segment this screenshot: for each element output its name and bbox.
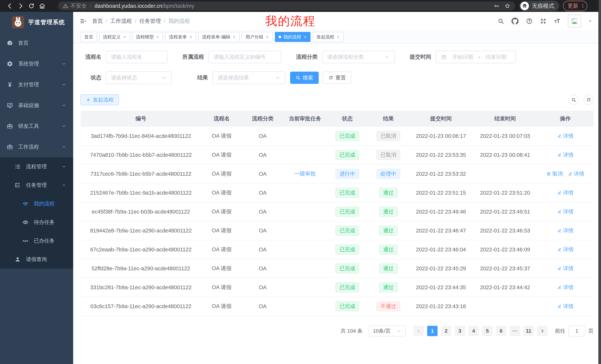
task-link[interactable]: 一级审批 bbox=[294, 171, 316, 177]
tab-流程模型[interactable]: 流程模型 bbox=[132, 32, 163, 42]
process-definition-input[interactable]: 请输入流程定义的编号 bbox=[208, 51, 281, 63]
row-status: 已完成 bbox=[327, 259, 368, 278]
prev-page-button[interactable] bbox=[413, 326, 424, 336]
kebab-menu-icon[interactable] bbox=[580, 3, 585, 9]
sidebar-item-10[interactable]: 已办任务 bbox=[0, 231, 73, 250]
close-icon[interactable] bbox=[266, 35, 269, 38]
pager-ellipsis[interactable]: ··· bbox=[510, 326, 520, 336]
detail-action[interactable]: 详情 bbox=[557, 265, 573, 272]
toggle-search-button[interactable] bbox=[569, 95, 579, 105]
tab-流程定义[interactable]: 流程定义 bbox=[99, 32, 130, 42]
font-size-icon[interactable] bbox=[554, 18, 561, 25]
close-icon[interactable] bbox=[156, 35, 159, 38]
page-button-11[interactable]: 11 bbox=[523, 326, 534, 336]
page-button-1[interactable]: 1 bbox=[427, 326, 438, 336]
refresh-table-button[interactable] bbox=[583, 95, 594, 105]
avatar[interactable] bbox=[568, 15, 581, 28]
tab-流程表单[interactable]: 流程表单 bbox=[165, 32, 196, 42]
row-result: 已取消 bbox=[368, 127, 409, 145]
row-name: OA 请假 bbox=[201, 297, 242, 316]
back-icon[interactable] bbox=[4, 0, 15, 11]
help-icon[interactable] bbox=[526, 18, 533, 25]
status-tag: 已完成 bbox=[335, 131, 359, 141]
sidebar-item-7[interactable]: 任务管理 bbox=[0, 176, 73, 194]
tab-首页[interactable]: 首页 bbox=[80, 32, 97, 42]
close-icon[interactable] bbox=[123, 35, 126, 38]
forward-icon[interactable] bbox=[15, 0, 26, 11]
browser-scrollbar[interactable] bbox=[598, 0, 601, 364]
cancel-action[interactable]: 取消 bbox=[546, 170, 563, 177]
eye-closed-icon bbox=[22, 238, 29, 244]
close-icon[interactable] bbox=[337, 35, 340, 38]
annotation-overlay: 我的流程 bbox=[265, 13, 316, 29]
row-actions: 详情 bbox=[537, 127, 594, 145]
tab-流程表单-编辑[interactable]: 流程表单-编辑 bbox=[198, 32, 240, 42]
close-icon[interactable] bbox=[189, 35, 192, 38]
breadcrumb-item[interactable]: 工作流程 bbox=[110, 18, 132, 25]
fullscreen-icon[interactable] bbox=[540, 18, 546, 24]
detail-action[interactable]: 详情 bbox=[557, 208, 573, 215]
breadcrumb-item[interactable]: 任务管理 bbox=[139, 18, 161, 25]
home-icon[interactable] bbox=[37, 0, 48, 11]
close-icon[interactable] bbox=[303, 35, 307, 38]
next-page-button[interactable] bbox=[537, 326, 548, 336]
caret-down-icon[interactable] bbox=[588, 19, 592, 23]
browser-update-button[interactable]: 更新 bbox=[563, 1, 587, 11]
detail-action[interactable]: 详情 bbox=[557, 151, 573, 158]
detail-action[interactable]: 详情 bbox=[557, 246, 573, 253]
close-icon[interactable] bbox=[232, 35, 236, 38]
sidebar-item-3[interactable]: 基础设施 bbox=[0, 95, 73, 116]
detail-action[interactable]: 详情 bbox=[557, 284, 573, 291]
app-logo[interactable]: 芋道管理系统 bbox=[0, 12, 73, 33]
sidebar-item-8[interactable]: 我的流程 bbox=[0, 194, 73, 213]
sidebar-item-5[interactable]: 工作流程 bbox=[0, 136, 73, 157]
tab-我的流程[interactable]: 我的流程 bbox=[275, 32, 311, 42]
key-icon[interactable] bbox=[494, 3, 499, 9]
page-size-select[interactable]: 10条/页 bbox=[369, 326, 406, 336]
detail-action[interactable]: 详情 bbox=[557, 189, 573, 196]
tab-发起流程[interactable]: 发起流程 bbox=[313, 32, 344, 42]
reset-button[interactable]: 重置 bbox=[323, 72, 351, 84]
sidebar-item-11[interactable]: 请假查询 bbox=[0, 250, 73, 269]
detail-action[interactable]: 详情 bbox=[568, 170, 584, 177]
hamburger-icon[interactable] bbox=[80, 18, 86, 24]
detail-action[interactable]: 详情 bbox=[557, 133, 573, 140]
row-result: 通过 bbox=[368, 183, 409, 202]
detail-action[interactable]: 详情 bbox=[557, 227, 573, 234]
url-text: dashboard.yudao.iocoder.cn/bpm/task/my bbox=[95, 3, 194, 9]
sidebar-item-6[interactable]: 流程管理 bbox=[0, 157, 73, 176]
sidebar-item-label: 请假查询 bbox=[26, 256, 47, 263]
address-bar[interactable]: 不安全 dashboard.yudao.iocoder.cn/bpm/task/… bbox=[58, 1, 515, 10]
search-icon[interactable] bbox=[498, 18, 504, 24]
goto-page-input[interactable]: 1 bbox=[568, 326, 585, 336]
search-icon bbox=[571, 97, 576, 102]
page-button-2[interactable]: 2 bbox=[441, 326, 451, 336]
process-name-input[interactable]: 请输入流程名 bbox=[106, 51, 168, 63]
tab-用户分组[interactable]: 用户分组 bbox=[242, 32, 273, 42]
submit-time-range-picker[interactable]: 开始日期 - 结束日期 bbox=[436, 51, 516, 63]
detail-action[interactable]: 详情 bbox=[557, 303, 573, 310]
search-button[interactable]: 搜索 bbox=[290, 72, 319, 84]
page-button-6[interactable]: 6 bbox=[496, 326, 506, 336]
result-select[interactable]: 请选择流结果 bbox=[212, 71, 285, 84]
create-process-button[interactable]: 发起流程 bbox=[80, 95, 119, 105]
row-category: OA bbox=[242, 259, 283, 278]
sidebar-item-1[interactable]: 系统管理 bbox=[0, 53, 73, 74]
reload-icon[interactable] bbox=[26, 0, 37, 11]
warning-icon[interactable] bbox=[63, 3, 68, 9]
page-button-5[interactable]: 5 bbox=[482, 326, 492, 336]
sidebar-item-9[interactable]: 待办任务 bbox=[0, 213, 73, 231]
page-button-3[interactable]: 3 bbox=[455, 326, 465, 336]
status-select[interactable]: 请选择状态 bbox=[106, 71, 172, 84]
robot-icon bbox=[22, 201, 29, 207]
page-button-4[interactable]: 4 bbox=[468, 326, 479, 336]
sidebar-item-0[interactable]: 首页 bbox=[0, 33, 73, 53]
bookmark-star-icon[interactable] bbox=[504, 3, 510, 9]
filter-label-definition: 所属流程 bbox=[176, 53, 204, 61]
github-icon[interactable] bbox=[511, 18, 519, 25]
sidebar-item-4[interactable]: 研发工具 bbox=[0, 116, 73, 136]
category-select[interactable]: 请选择流程分类 bbox=[322, 51, 395, 63]
chevron-down-icon bbox=[62, 103, 66, 108]
sidebar-item-2[interactable]: 支付管理 bbox=[0, 74, 73, 95]
breadcrumb-item[interactable]: 首页 bbox=[92, 18, 103, 25]
